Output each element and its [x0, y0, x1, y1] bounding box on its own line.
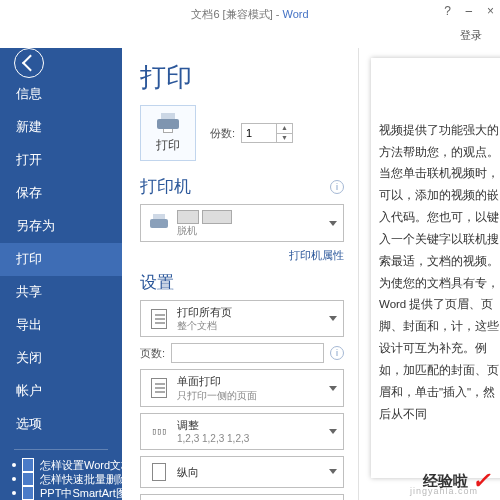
printer-properties-link[interactable]: 打印机属性 [140, 248, 344, 263]
copies-label: 份数: [210, 126, 235, 141]
sign-in-link[interactable]: 登录 [460, 29, 482, 41]
title-app: Word [283, 8, 309, 20]
backstage-sidebar: 信息 新建 打开 保存 另存为 打印 共享 导出 关闭 帐户 选项 怎样设置Wo… [0, 48, 122, 500]
printer-icon [155, 113, 181, 133]
sidebar-item-account[interactable]: 帐户 [0, 375, 122, 408]
sidebar-label: 保存 [16, 186, 42, 200]
recent-doc[interactable]: 怎样快速批量删除PP... [0, 472, 122, 486]
back-button[interactable] [14, 48, 44, 78]
section-settings: 设置 [140, 271, 174, 294]
collate-icon: ▯▯▯ [152, 427, 167, 436]
print-button[interactable]: 打印 [140, 105, 196, 161]
sidebar-item-options[interactable]: 选项 [0, 408, 122, 441]
printer-info-icon[interactable]: i [330, 180, 344, 194]
section-printer: 打印机 [140, 175, 191, 198]
sidebar-label: 信息 [16, 87, 42, 101]
chevron-down-icon [329, 469, 337, 474]
sidebar-item-info[interactable]: 信息 [0, 78, 122, 111]
sidebar-label: 打开 [16, 153, 42, 167]
title-mode: [兼容模式] [223, 7, 273, 22]
papersize-dropdown[interactable]: 大 32 开 14 厘米 x 20.3 厘米 [140, 494, 344, 500]
close-icon[interactable]: × [487, 4, 494, 18]
spinner-up[interactable]: ▲ [277, 124, 292, 134]
word-file-icon [22, 458, 34, 472]
pages-input[interactable] [171, 343, 324, 363]
chevron-down-icon [329, 429, 337, 434]
sidebar-item-saveas[interactable]: 另存为 [0, 210, 122, 243]
sidebar-label: 新建 [16, 120, 42, 134]
sidebar-item-open[interactable]: 打开 [0, 144, 122, 177]
ppt-file-icon [22, 486, 34, 500]
printer-status: 脱机 [177, 224, 325, 237]
sidebar-item-new[interactable]: 新建 [0, 111, 122, 144]
spinner-down[interactable]: ▼ [277, 134, 292, 143]
document-icon [151, 309, 167, 329]
printer-name-redacted [202, 210, 232, 224]
sides-dropdown[interactable]: 单面打印 只打印一侧的页面 [140, 369, 344, 406]
copies-input[interactable] [242, 124, 276, 142]
printer-icon [148, 214, 170, 232]
bullet-icon [12, 491, 16, 495]
dd-main: 纵向 [177, 465, 325, 479]
dd-main: 打印所有页 [177, 305, 325, 319]
page-icon [151, 378, 167, 398]
dd-main: 单面打印 [177, 374, 325, 388]
print-button-label: 打印 [156, 137, 180, 154]
minimize-icon[interactable]: ‒ [465, 4, 473, 18]
sidebar-item-export[interactable]: 导出 [0, 309, 122, 342]
watermark-url: jingyanla.com [410, 486, 478, 496]
preview-text: 视频提供了功能强大的方法帮助您，的观点。当您单击联机视频时，可以，添加的视频的嵌… [379, 120, 500, 426]
sidebar-label: 选项 [16, 417, 42, 431]
sidebar-item-close[interactable]: 关闭 [0, 342, 122, 375]
ppt-file-icon [22, 472, 34, 486]
sidebar-label: 导出 [16, 318, 42, 332]
recent-label: 怎样快速批量删除PP... [40, 472, 122, 486]
help-icon[interactable]: ? [444, 4, 451, 18]
watermark: 经验啦 ✓ jingyanla.com [423, 468, 490, 494]
page-title: 打印 [140, 60, 344, 95]
title-bar: 文档6 [兼容模式] - Word ? ‒ × [0, 0, 500, 28]
sidebar-label: 另存为 [16, 219, 55, 233]
back-arrow-icon [22, 55, 39, 72]
sidebar-item-print[interactable]: 打印 [0, 243, 122, 276]
dd-sub: 1,2,3 1,2,3 1,2,3 [177, 432, 325, 445]
title-doc: 文档6 [191, 7, 219, 22]
chevron-down-icon [329, 386, 337, 391]
print-preview[interactable]: 视频提供了功能强大的方法帮助您，的观点。当您单击联机视频时，可以，添加的视频的嵌… [358, 48, 500, 500]
recent-doc[interactable]: 怎样设置Word文档... [0, 458, 122, 472]
dd-sub: 整个文档 [177, 319, 325, 332]
printer-name-redacted [177, 210, 199, 224]
portrait-icon [152, 463, 166, 481]
sidebar-label: 帐户 [16, 384, 42, 398]
print-panel: 打印 打印 份数: ▲ ▼ [122, 48, 358, 500]
chevron-down-icon [329, 221, 337, 226]
sidebar-label: 共享 [16, 285, 42, 299]
pages-info-icon[interactable]: i [330, 346, 344, 360]
bullet-icon [12, 477, 16, 481]
sidebar-item-save[interactable]: 保存 [0, 177, 122, 210]
sidebar-label: 打印 [16, 252, 42, 266]
dd-sub: 只打印一侧的页面 [177, 389, 325, 402]
sidebar-label: 关闭 [16, 351, 42, 365]
bullet-icon [12, 463, 16, 467]
chevron-down-icon [329, 316, 337, 321]
collate-dropdown[interactable]: ▯▯▯ 调整 1,2,3 1,2,3 1,2,3 [140, 413, 344, 450]
dd-main: 调整 [177, 418, 325, 432]
sidebar-item-share[interactable]: 共享 [0, 276, 122, 309]
preview-page: 视频提供了功能强大的方法帮助您，的观点。当您单击联机视频时，可以，添加的视频的嵌… [371, 58, 500, 478]
pages-label: 页数: [140, 346, 165, 361]
recent-label: PPT中SmartArt图形... [40, 486, 122, 500]
printer-dropdown[interactable]: 脱机 [140, 204, 344, 242]
scope-dropdown[interactable]: 打印所有页 整个文档 [140, 300, 344, 337]
recent-doc[interactable]: PPT中SmartArt图形... [0, 486, 122, 500]
copies-spinner[interactable]: ▲ ▼ [241, 123, 293, 143]
separator [14, 449, 108, 450]
recent-label: 怎样设置Word文档... [40, 458, 122, 472]
orientation-dropdown[interactable]: 纵向 [140, 456, 344, 488]
